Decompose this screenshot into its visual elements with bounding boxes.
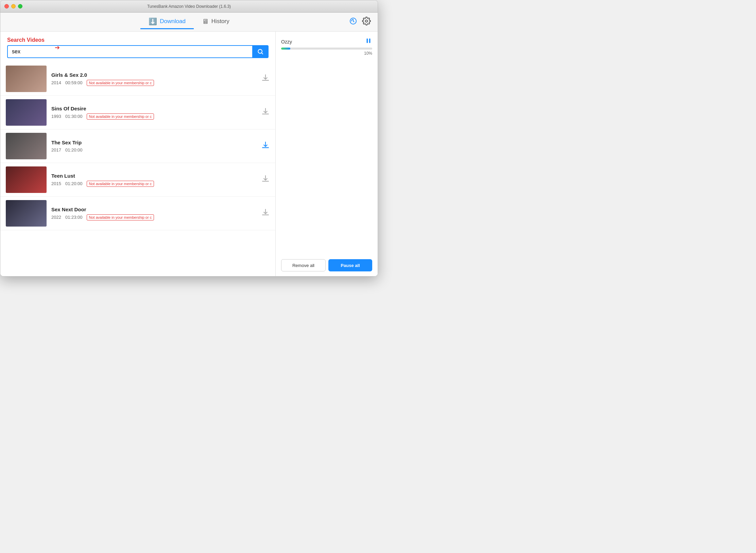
queue-item-percent: 10% [281,51,372,56]
svg-point-2 [258,49,262,53]
titlebar: TunesBank Amazon Video Downloader (1.6.3… [0,0,378,13]
result-title: The Sex Trip [51,140,256,145]
list-item: Sins Of Desire 1993 01:30:00 Not availab… [0,96,275,129]
list-item: Sex Next Door 2022 01:23:00 Not availabl… [0,197,275,230]
result-info: The Sex Trip 2017 01:20:00 [51,140,256,153]
download-button[interactable] [261,141,270,151]
membership-badge: Not available in your membership or c [87,80,154,86]
membership-badge: Not available in your membership or c [87,214,154,220]
result-year: 2014 [51,80,61,85]
tab-download[interactable]: ⬇️ Download [140,15,194,29]
tab-download-label: Download [160,18,186,25]
download-button[interactable] [261,208,270,219]
search-button[interactable] [252,45,269,58]
svg-rect-5 [367,39,368,43]
list-item: The Sex Trip 2017 01:20:00 [0,129,275,163]
progress-bar-background [281,48,372,50]
traffic-lights [4,4,22,8]
result-info: Sex Next Door 2022 01:23:00 Not availabl… [51,207,256,220]
download-queue: Ozzy 10% [281,37,372,256]
search-videos-label: Search Videos [7,37,269,43]
result-meta: 2022 01:23:00 Not available in your memb… [51,214,256,220]
body-area: Search Videos ➔ Girls & Sex 2.0 [0,32,378,276]
result-thumbnail [6,200,47,227]
download-button[interactable] [261,107,270,118]
result-title: Sins Of Desire [51,106,256,111]
result-title: Teen Lust [51,173,256,179]
left-panel: Search Videos ➔ Girls & Sex 2.0 [0,32,276,276]
queue-item-name: Ozzy [281,39,292,44]
history-tab-icon: 🖥 [202,18,209,25]
queue-item-header: Ozzy [281,37,372,46]
result-year: 2017 [51,147,61,153]
search-row [7,45,269,58]
refresh-button[interactable] [349,17,357,27]
download-tab-icon: ⬇️ [149,17,157,25]
maximize-button[interactable] [18,4,22,8]
result-title: Sex Next Door [51,207,256,212]
result-title: Girls & Sex 2.0 [51,72,256,78]
result-info: Teen Lust 2015 01:20:00 Not available in… [51,173,256,187]
result-duration: 01:23:00 [65,215,83,220]
result-meta: 2014 00:59:00 Not available in your memb… [51,80,256,86]
tab-history[interactable]: 🖥 History [194,15,238,29]
tab-history-label: History [211,18,229,25]
queue-item: Ozzy 10% [281,37,372,56]
search-arrow: ➔ [55,44,60,51]
result-meta: 1993 01:30:00 Not available in your memb… [51,113,256,120]
result-meta: 2015 01:20:00 Not available in your memb… [51,181,256,187]
results-list: Girls & Sex 2.0 2014 00:59:00 Not availa… [0,61,275,276]
right-panel: Ozzy 10% Remove all Pause all [276,32,378,276]
svg-point-1 [365,20,368,22]
result-duration: 01:20:00 [65,181,83,186]
window-title: TunesBank Amazon Video Downloader (1.6.3… [147,4,231,9]
result-thumbnail [6,66,47,92]
download-button[interactable] [261,73,270,84]
progress-bar-fill [281,48,290,50]
list-item: Girls & Sex 2.0 2014 00:59:00 Not availa… [0,62,275,96]
svg-line-3 [262,53,263,54]
search-input[interactable] [7,45,252,58]
result-thumbnail [6,166,47,193]
close-button[interactable] [4,4,9,8]
svg-rect-6 [369,39,371,43]
result-thumbnail [6,99,47,126]
result-duration: 01:20:00 [65,147,83,153]
tab-bar: ⬇️ Download 🖥 History [0,13,378,32]
result-info: Girls & Sex 2.0 2014 00:59:00 Not availa… [51,72,256,86]
minimize-button[interactable] [11,4,16,8]
membership-badge: Not available in your membership or c [87,113,154,120]
tabs: ⬇️ Download 🖥 History [140,15,238,29]
queue-actions: Remove all Pause all [281,259,372,271]
result-year: 2015 [51,181,61,186]
result-year: 2022 [51,215,61,220]
membership-badge: Not available in your membership or c [87,181,154,187]
result-duration: 00:59:00 [65,80,83,85]
result-thumbnail [6,133,47,159]
main-content: ⬇️ Download 🖥 History [0,13,378,276]
search-area: Search Videos ➔ [0,32,275,61]
settings-button[interactable] [362,17,371,28]
result-year: 1993 [51,114,61,119]
result-info: Sins Of Desire 1993 01:30:00 Not availab… [51,106,256,120]
queue-pause-button[interactable] [365,37,372,46]
result-duration: 01:30:00 [65,114,83,119]
result-meta: 2017 01:20:00 [51,147,256,153]
list-item: Teen Lust 2015 01:20:00 Not available in… [0,163,275,197]
pause-all-button[interactable]: Pause all [328,259,372,271]
remove-all-button[interactable]: Remove all [281,259,326,271]
download-button[interactable] [261,174,270,185]
